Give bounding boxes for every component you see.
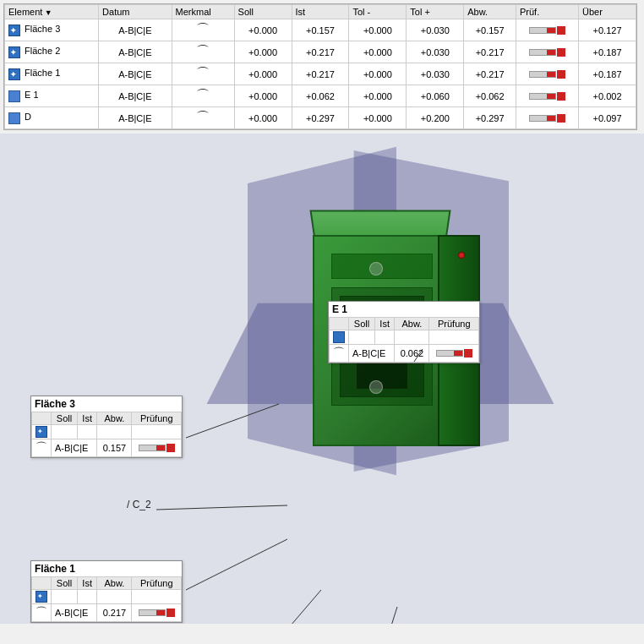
row-ist: +0.062 bbox=[292, 85, 349, 107]
col-pruef[interactable]: Prüf. bbox=[516, 5, 578, 19]
e1-gauge bbox=[429, 345, 479, 363]
c2-label: / C_2 bbox=[127, 499, 151, 510]
tt-abw-col: Abw. bbox=[395, 318, 429, 330]
row-datum: A-B|C|E bbox=[99, 63, 172, 85]
tt-abw-col: Abw. bbox=[97, 577, 132, 590]
tooltip-flaeche3: Fläche 3 Soll Ist Abw. Prüfung bbox=[30, 396, 183, 458]
flaeche3-ist bbox=[77, 425, 96, 439]
row-merkmal: ⌒ bbox=[172, 41, 234, 63]
row-tol-plus: +0.030 bbox=[407, 41, 464, 63]
row-soll: +0.000 bbox=[234, 107, 292, 129]
row-ist: +0.217 bbox=[292, 41, 349, 63]
table-row: ⌒ A-B|C|E 0.062 bbox=[330, 345, 479, 363]
row-ueber: +0.127 bbox=[579, 19, 636, 41]
row-abw: +0.062 bbox=[464, 85, 516, 107]
tt-ist-col: Ist bbox=[77, 577, 96, 590]
flaeche3-datum: A-B|C|E bbox=[52, 439, 97, 457]
col-merkmal[interactable]: Merkmal bbox=[172, 5, 234, 19]
row-datum: A-B|C|E bbox=[99, 85, 172, 107]
col-ist[interactable]: Ist bbox=[292, 5, 349, 19]
table-row bbox=[330, 330, 479, 345]
table-row: ✦ Fläche 2 A-B|C|E ⌒ +0.000 +0.217 +0.00… bbox=[5, 41, 636, 63]
tt-pruefung-col: Prüfung bbox=[429, 318, 479, 330]
row-soll: +0.000 bbox=[234, 85, 292, 107]
svg-line-3 bbox=[245, 590, 321, 624]
tt-soll-col: Soll bbox=[349, 318, 375, 330]
flat-symbol-e1: ⌒ bbox=[333, 346, 345, 359]
row-abw: +0.157 bbox=[464, 19, 516, 41]
flaeche1-gauge bbox=[132, 604, 182, 622]
svg-line-4 bbox=[360, 607, 397, 624]
e1-abw-val: 0.062 bbox=[395, 345, 429, 363]
tooltip-e1: E 1 Soll Ist Abw. Prüfung ⌒ A-B|C|E bbox=[328, 301, 480, 363]
tt-pruefung-col: Prüfung bbox=[132, 577, 182, 590]
row-datum: A-B|C|E bbox=[99, 41, 172, 63]
flaeche3-pruefung bbox=[132, 425, 182, 439]
flaeche3-soll bbox=[52, 425, 78, 439]
row-ueber: +0.187 bbox=[579, 63, 636, 85]
col-abw[interactable]: Abw. bbox=[464, 5, 516, 19]
row-tol-minus: +0.000 bbox=[349, 63, 407, 85]
row-pruef bbox=[516, 107, 578, 129]
row-tol-plus: +0.030 bbox=[407, 63, 464, 85]
row-datum: A-B|C|E bbox=[99, 107, 172, 129]
row-ist: +0.297 bbox=[292, 107, 349, 129]
tooltip-flaeche1: Fläche 1 Soll Ist Abw. Prüfung ⌒ A-B bbox=[30, 560, 183, 623]
flat-symbol-f1: ⌒ bbox=[35, 605, 47, 619]
col-tol-minus[interactable]: Tol - bbox=[349, 5, 407, 19]
row-tol-minus: +0.000 bbox=[349, 19, 407, 41]
row-pruef bbox=[516, 19, 578, 41]
flaeche3-abw bbox=[97, 425, 132, 439]
row-element: ✦ Fläche 2 bbox=[5, 41, 99, 63]
row-pruef bbox=[516, 63, 578, 85]
tt-ist-col: Ist bbox=[77, 412, 96, 425]
row-abw: +0.217 bbox=[464, 41, 516, 63]
c2-text: / C_2 bbox=[127, 499, 151, 510]
row-abw: +0.217 bbox=[464, 63, 516, 85]
main-area: Fläche 3 Soll Ist Abw. Prüfung bbox=[0, 134, 644, 624]
row-ist: +0.217 bbox=[292, 63, 349, 85]
col-tol-plus[interactable]: Tol + bbox=[407, 5, 464, 19]
col-element[interactable]: Element bbox=[5, 5, 99, 19]
col-ueber[interactable]: Über bbox=[579, 5, 636, 19]
row-datum: A-B|C|E bbox=[99, 19, 172, 41]
row-ueber: +0.002 bbox=[579, 85, 636, 107]
table-row: E 1 A-B|C|E ⌒ +0.000 +0.062 +0.000 +0.06… bbox=[5, 85, 636, 107]
row-element: ✦ Fläche 3 bbox=[5, 19, 99, 41]
tt-icon-col bbox=[330, 318, 349, 330]
tt-ist-col: Ist bbox=[374, 318, 394, 330]
table-row bbox=[32, 425, 182, 439]
row-tol-minus: +0.000 bbox=[349, 107, 407, 129]
flaeche3-gauge bbox=[132, 439, 182, 457]
row-tol-minus: +0.000 bbox=[349, 41, 407, 63]
tt-soll-col: Soll bbox=[52, 412, 78, 425]
row-ueber: +0.187 bbox=[579, 41, 636, 63]
col-datum[interactable]: Datum bbox=[99, 5, 172, 19]
flaeche1-icon bbox=[35, 591, 47, 603]
col-soll[interactable]: Soll bbox=[234, 5, 292, 19]
row-abw: +0.297 bbox=[464, 107, 516, 129]
flaeche1-abw-val: 0.217 bbox=[97, 604, 132, 622]
tt-soll-col: Soll bbox=[52, 577, 78, 590]
tooltip-e1-title: E 1 bbox=[329, 302, 479, 317]
row-pruef bbox=[516, 41, 578, 63]
table-row: ⌒ A-B|C|E 0.217 bbox=[32, 604, 182, 622]
row-merkmal: ⌒ bbox=[172, 107, 234, 129]
row-soll: +0.000 bbox=[234, 41, 292, 63]
row-pruef bbox=[516, 85, 578, 107]
table-row: D A-B|C|E ⌒ +0.000 +0.297 +0.000 +0.200 … bbox=[5, 107, 636, 129]
row-ist: +0.157 bbox=[292, 19, 349, 41]
flaeche3-icon bbox=[35, 426, 47, 438]
row-tol-plus: +0.200 bbox=[407, 107, 464, 129]
tt-abw-col: Abw. bbox=[97, 412, 132, 425]
flaeche3-abw-val: 0.157 bbox=[97, 439, 132, 457]
e1-datum: A-B|C|E bbox=[349, 345, 395, 363]
row-element: D bbox=[5, 107, 99, 129]
e1-icon bbox=[333, 331, 345, 343]
row-soll: +0.000 bbox=[234, 19, 292, 41]
table-row bbox=[32, 590, 182, 604]
row-element: ✦ Fläche 1 bbox=[5, 63, 99, 85]
row-tol-plus: +0.060 bbox=[407, 85, 464, 107]
row-merkmal: ⌒ bbox=[172, 19, 234, 41]
flat-symbol-f3: ⌒ bbox=[35, 440, 47, 454]
